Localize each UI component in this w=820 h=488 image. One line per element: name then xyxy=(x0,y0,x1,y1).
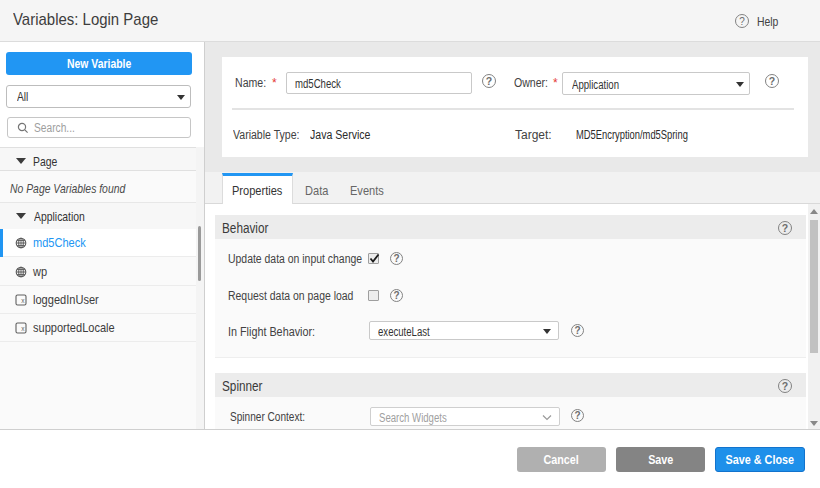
svg-text:x: x xyxy=(21,297,25,304)
svg-text:x: x xyxy=(21,325,25,332)
